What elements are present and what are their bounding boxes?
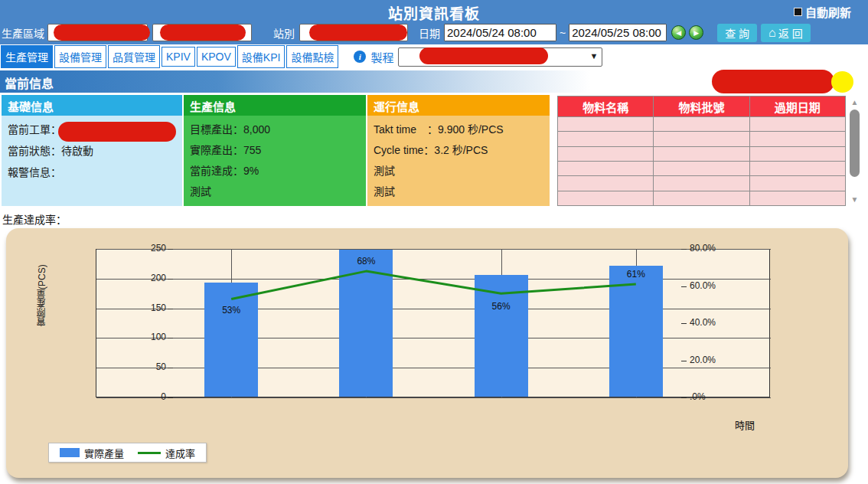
info-icon[interactable]: i [354,51,366,63]
achievement-rate-line [231,271,636,299]
tab-設備管理[interactable]: 設備管理 [54,45,106,68]
material-table-cell [654,117,749,132]
material-table-row [558,161,846,175]
production-info-card: 生產信息 目標產出：8,000實際產出：755當前達成：9%測試 [184,95,366,206]
next-period-button[interactable]: ▶ [689,25,703,40]
tick-mark [168,397,173,398]
runtime-info-card: 運行信息 Takt time ：9.900 秒/PCSCycle time：3.… [367,95,550,206]
card-row: 測試 [374,183,550,204]
query-button[interactable]: 查 詢 [717,24,757,42]
tab-品質管理[interactable]: 品質管理 [108,45,160,68]
area-label: 生產區域 [2,25,44,41]
auto-refresh-label: 自動刷新 [805,4,851,20]
redaction-blob [58,122,176,142]
bar-series-label: 實際產量 [84,446,124,460]
material-table-row [558,117,846,132]
tab-設備KPI[interactable]: 設備KPI [237,45,286,68]
station-label: 站別 [273,25,295,41]
chart-plot-area: 53%68%56%61% [96,249,770,397]
x-axis-label: 時間 [735,417,755,432]
material-table-cell [749,117,845,132]
legend-item-bars: 實際產量 [60,446,124,460]
production-info-card-title: 生產信息 [184,95,366,116]
tab-KPIV[interactable]: KPIV [162,47,195,67]
data-label-08:00: 53% [208,305,254,316]
data-label-10:00: 56% [478,301,524,312]
material-table-cell [558,117,654,132]
runtime-info-card-title: 運行信息 [367,95,550,116]
line-series-swatch [138,452,161,454]
scroll-down-icon[interactable]: ▼ [847,195,862,205]
home-icon: ⌂ [768,26,776,40]
material-table-row [558,191,846,205]
redaction-blob [419,47,548,64]
card-row: 當前達成：9% [190,162,366,183]
prev-period-button[interactable]: ◀ [671,25,686,40]
date-to-input[interactable] [569,24,667,41]
data-label-11:00: 61% [613,269,659,280]
material-table-cell [558,146,654,161]
material-table-cell [558,176,654,191]
basic-info-card-title: 基礎信息 [2,95,182,116]
redaction-blob [712,70,834,93]
tab-設備點檢[interactable]: 設備點檢 [286,45,338,68]
data-label-09:00: 68% [343,256,389,267]
material-table-cell [749,146,845,161]
achievement-chart-panel: 實際產量(PCS) 53%68%56%61% 時間 實際產量 達成率 25020… [6,228,848,478]
material-table-scrollbar[interactable]: ▲ ▼ [847,97,862,205]
auto-refresh-checkbox[interactable] [794,8,802,16]
process-label: 製程 [370,49,393,65]
material-table-cell [749,176,845,191]
material-table: 物料名稱 物料批號 過期日期 [557,96,846,206]
tick-mark [681,397,687,398]
material-table-row [558,176,846,191]
tab-KPOV[interactable]: KPOV [197,47,236,67]
material-table-cell [749,161,845,175]
card-row: 測試 [374,162,550,183]
card-row: Cycle time：3.2 秒/PCS [374,142,550,162]
legend-item-line: 達成率 [138,446,195,460]
card-row: 報警信息： [8,164,182,185]
status-indicator-yellow [831,71,853,93]
date-from-input[interactable] [444,24,556,41]
redaction-blob [54,25,150,41]
material-table-cell [654,161,749,175]
runtime-info-card-body: Takt time ：9.900 秒/PCSCycle time：3.2 秒/P… [367,116,550,206]
title-row: 站別資訊看板 自動刷新 [0,0,868,21]
material-table-cell [654,146,749,161]
material-table-cell [749,191,845,205]
bar-series-swatch [60,448,80,457]
material-table-cell [749,132,845,146]
y-axis-label: 實際產量(PCS) [35,251,48,339]
material-table-cell [558,132,654,146]
material-table-row [558,132,846,146]
material-name-header: 物料名稱 [558,96,654,117]
scrollbar-thumb[interactable] [850,110,860,177]
auto-refresh-control[interactable]: 自動刷新 [794,4,851,20]
date-separator: ~ [560,27,566,39]
material-lot-header: 物料批號 [654,96,749,117]
page-title: 站別資訊看板 [0,2,868,23]
material-table-cell [654,191,749,205]
material-table-cell [558,161,654,175]
production-info-card-body: 目標產出：8,000實際產出：755當前達成：9%測試 [184,116,366,206]
material-table-cell [654,176,749,191]
chart-legend: 實際產量 達成率 [48,443,207,463]
redaction-blob [309,25,407,41]
chevron-down-icon: ▼ [590,51,599,60]
material-table-cell [558,191,654,205]
back-button-label: 返 回 [778,25,803,41]
card-row: 目標產出：8,000 [190,121,366,142]
back-button[interactable]: ⌂ 返 回 [761,24,811,42]
card-row: 當前狀態：待啟動 [8,142,182,164]
basic-info-card: 基礎信息 當前工單：當前狀態：待啟動報警信息： [2,95,182,206]
date-label: 日期 [419,25,440,41]
material-table-cell [654,132,749,146]
card-row: 測試 [190,183,366,204]
tab-生產管理[interactable]: 生產管理 [1,45,53,68]
redaction-blob [160,25,246,41]
scroll-up-icon[interactable]: ▲ [847,97,862,108]
card-row: 實際產出：755 [190,142,366,162]
material-table-row [558,146,846,161]
line-series-label: 達成率 [165,446,195,460]
